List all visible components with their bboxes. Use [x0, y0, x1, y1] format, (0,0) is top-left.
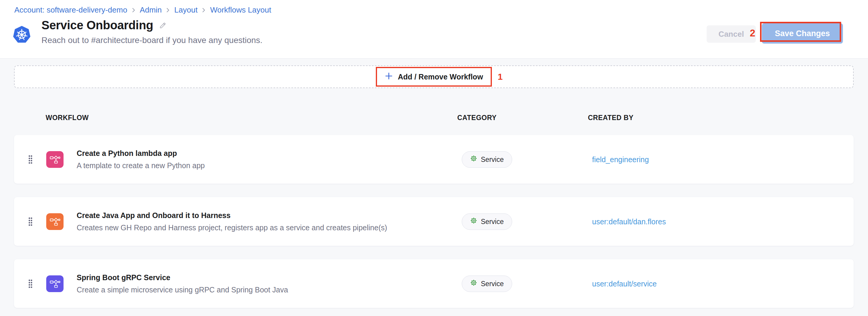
workflow-row: Create Java App and Onboard it to Harnes…: [14, 197, 854, 246]
page-title: Service Onboarding: [41, 19, 153, 32]
gear-icon: [470, 217, 477, 226]
category-chip-label: Service: [481, 280, 504, 288]
created-by-link[interactable]: user:default/service: [592, 279, 657, 288]
category-chip: Service: [462, 151, 512, 168]
save-changes-button[interactable]: Save Changes: [762, 23, 843, 44]
annotation-step-1: 1: [498, 72, 503, 82]
workflow-flowchart-icon: [46, 276, 64, 292]
add-remove-workflow-dropzone: Add / Remove Workflow 1: [14, 65, 854, 88]
add-remove-workflow-label: Add / Remove Workflow: [398, 73, 483, 81]
category-chip: Service: [462, 213, 512, 230]
plus-icon: [385, 72, 393, 82]
workflow-description: Create a simple microservice using gRPC …: [77, 286, 288, 294]
kubernetes-logo-icon: [13, 25, 31, 44]
gear-icon: [470, 279, 477, 288]
workflow-flowchart-icon: [46, 151, 64, 168]
page-header: Account: software-delivery-demo Admin La…: [0, 0, 868, 59]
chevron-right-icon: [132, 7, 135, 13]
chevron-right-icon: [166, 7, 170, 13]
breadcrumb-account-link[interactable]: Account: software-delivery-demo: [14, 5, 127, 15]
workflows-layout-main: Add / Remove Workflow 1 WORKFLOW CATEGOR…: [0, 65, 868, 308]
drag-handle-icon[interactable]: [28, 279, 32, 288]
created-by-link[interactable]: field_engineering: [592, 155, 649, 164]
created-by-link[interactable]: user:default/dan.flores: [592, 217, 666, 226]
breadcrumb: Account: software-delivery-demo Admin La…: [14, 5, 271, 15]
chevron-right-icon: [202, 7, 206, 13]
category-chip: Service: [462, 276, 512, 292]
workflow-description: A template to create a new Python app: [77, 161, 205, 170]
page-subtitle: Reach out to #architecture-board if you …: [41, 35, 262, 45]
gear-icon: [470, 155, 477, 164]
workflow-title: Create Java App and Onboard it to Harnes…: [77, 211, 387, 220]
workflow-title: Create a Python lambda app: [77, 149, 205, 158]
drag-handle-icon[interactable]: [28, 155, 32, 164]
workflow-row: Spring Boot gRPC Service Create a simple…: [14, 259, 854, 308]
page-title-block: Service Onboarding Reach out to #archite…: [13, 19, 262, 45]
add-remove-workflow-button[interactable]: Add / Remove Workflow: [385, 72, 483, 82]
column-header-category: CATEGORY: [457, 114, 497, 122]
annotation-highlight-box: Add / Remove Workflow: [376, 67, 492, 87]
category-chip-label: Service: [481, 218, 504, 226]
annotation-step-2: 2: [750, 27, 755, 39]
column-header-workflow: WORKFLOW: [45, 114, 89, 122]
drag-handle-icon[interactable]: [28, 217, 32, 226]
workflow-title: Spring Boot gRPC Service: [77, 273, 288, 282]
table-header-row: WORKFLOW CATEGORY CREATED BY: [14, 114, 854, 121]
breadcrumb-layout-link[interactable]: Layout: [174, 5, 197, 15]
cancel-button[interactable]: Cancel: [707, 25, 756, 43]
breadcrumb-workflows-layout-link[interactable]: Workflows Layout: [210, 5, 271, 15]
workflow-flowchart-icon: [46, 213, 64, 230]
column-header-created-by: CREATED BY: [588, 114, 633, 122]
workflow-row: Create a Python lambda app A template to…: [14, 135, 854, 184]
category-chip-label: Service: [481, 155, 504, 163]
workflow-description: Creates new GH Repo and Harness project,…: [77, 223, 387, 232]
edit-pencil-icon[interactable]: [159, 21, 167, 31]
breadcrumb-admin-link[interactable]: Admin: [140, 5, 162, 15]
